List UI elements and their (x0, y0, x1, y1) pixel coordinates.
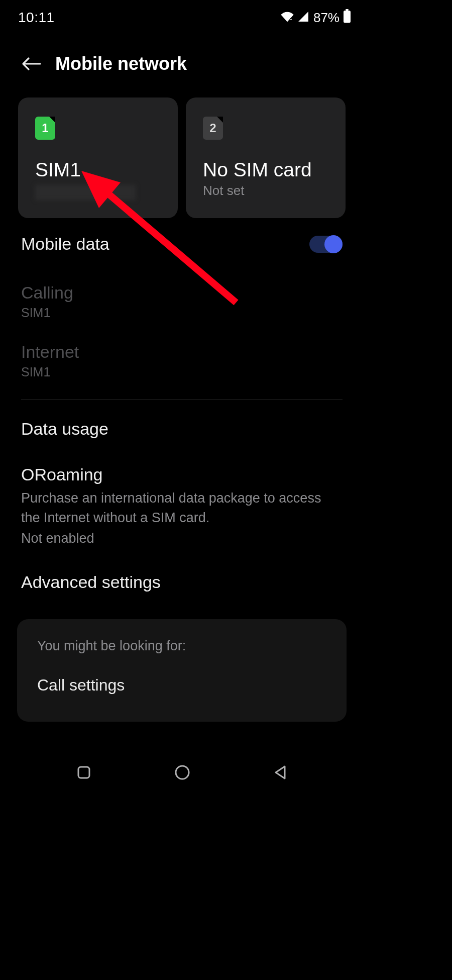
svg-rect-3 (78, 767, 89, 778)
sim-chip-icon: 1 (35, 117, 55, 140)
sim-slot-number: 1 (42, 121, 48, 135)
calling-label: Calling (21, 283, 343, 303)
oroaming-label: ORoaming (21, 465, 343, 484)
system-nav-bar (0, 758, 364, 789)
sim-card-2[interactable]: 2 No SIM card Not set (186, 97, 346, 218)
sim-card-subtitle: Not set (203, 183, 331, 199)
mobile-data-toggle[interactable] (309, 236, 343, 253)
internet-label: Internet (21, 342, 343, 362)
recents-button[interactable] (76, 764, 92, 782)
page-title: Mobile network (55, 53, 187, 74)
suggestion-card: You might be looking for: Call settings (17, 619, 347, 722)
sim-card-row: 1 SIM1 2 No SIM card Not set (0, 82, 364, 218)
battery-icon (343, 9, 352, 27)
svg-point-4 (176, 766, 189, 779)
oroaming-item[interactable]: ORoaming Purchase an international data … (21, 455, 343, 561)
status-time: 10:11 (18, 10, 55, 26)
oroaming-status: Not enabled (21, 529, 343, 548)
internet-value: SIM1 (21, 365, 343, 379)
mobile-data-label: Mobile data (21, 234, 109, 254)
wifi-icon (280, 10, 294, 26)
home-button[interactable] (174, 764, 191, 783)
back-nav-button[interactable] (273, 764, 288, 782)
sim-card-subtitle-redacted (35, 185, 136, 200)
svg-rect-1 (346, 9, 349, 11)
internet-item[interactable]: Internet SIM1 (21, 331, 343, 394)
sim-card-title: No SIM card (203, 159, 331, 181)
page-header: Mobile network (0, 29, 364, 82)
signal-icon (297, 10, 309, 26)
sim-chip-icon: 2 (203, 117, 223, 140)
back-button[interactable] (21, 54, 41, 74)
suggestion-item-call-settings[interactable]: Call settings (37, 676, 326, 695)
svg-rect-2 (344, 10, 351, 22)
mobile-data-item[interactable]: Mobile data (21, 218, 343, 270)
sim-card-title: SIM1 (35, 159, 164, 181)
data-usage-item[interactable]: Data usage (21, 409, 343, 455)
suggestion-heading: You might be looking for: (37, 638, 326, 654)
advanced-settings-label: Advanced settings (21, 572, 343, 592)
calling-item[interactable]: Calling SIM1 (21, 270, 343, 331)
calling-value: SIM1 (21, 306, 343, 320)
battery-percent: 87% (313, 10, 340, 26)
status-right: 87% (280, 9, 352, 27)
sim-card-1[interactable]: 1 SIM1 (18, 97, 178, 218)
advanced-settings-item[interactable]: Advanced settings (21, 561, 343, 608)
sim-slot-number: 2 (209, 121, 216, 135)
data-usage-label: Data usage (21, 419, 343, 439)
divider (21, 400, 343, 400)
status-bar: 10:11 87% (0, 0, 364, 29)
oroaming-description: Purchase an international data package t… (21, 488, 343, 528)
